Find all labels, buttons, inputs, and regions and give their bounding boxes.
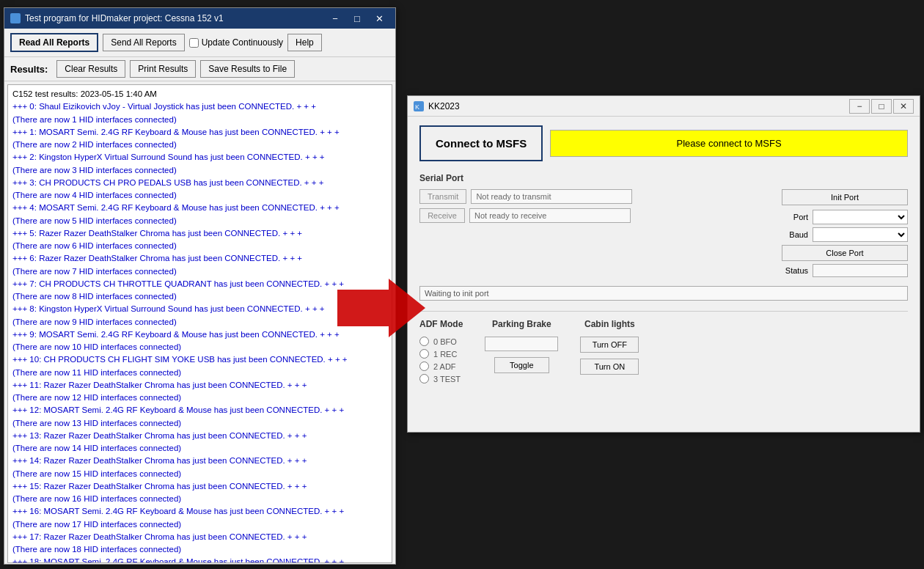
list-item: (There are now 10 HID interfaces connect… (12, 341, 387, 353)
adf-option-0: 0 BFO (419, 337, 463, 346)
list-item: +++ 5: Razer Razer DeathStalker Chroma h… (12, 227, 387, 240)
list-item: (There are now 5 HID interfaces connecte… (12, 215, 387, 227)
svg-marker-0 (337, 279, 425, 337)
help-button[interactable]: Help (287, 34, 322, 51)
list-item: (There are now 6 HID interfaces connecte… (12, 240, 387, 252)
list-item: +++ 6: Razer Razer DeathStalker Chroma h… (12, 252, 387, 265)
list-item: +++ 18: MOSART Semi. 2.4G RF Keyboard & … (12, 556, 387, 563)
toggle-button[interactable]: Toggle (494, 357, 549, 373)
list-item: (There are now 17 HID interfaces connect… (12, 518, 387, 531)
bottom-section: ADF Mode 0 BFO 1 REC 2 ADF 3 TEST (419, 311, 908, 383)
serial-port-label: Serial Port (419, 173, 908, 183)
win2-minimize-button[interactable]: − (849, 99, 870, 114)
cabin-lights-label: Cabin lights (584, 319, 635, 329)
adf-option-3: 3 TEST (419, 374, 463, 383)
adf-label-2: 2 ADF (433, 362, 456, 371)
print-results-button[interactable]: Print Results (130, 60, 196, 78)
parking-section: Parking Brake Toggle (485, 319, 558, 383)
list-item: (There are now 3 HID interfaces connecte… (12, 164, 387, 177)
receive-row: Receive (419, 208, 774, 223)
list-item: +++ 17: Razer Razer DeathStalker Chroma … (12, 531, 387, 543)
list-item: (There are now 18 HID interfaces connect… (12, 543, 387, 556)
status-input (813, 264, 908, 277)
transmit-row: Transmit (419, 189, 774, 204)
win2-controls: − □ ✕ (849, 99, 914, 114)
connect-to-msfs-button[interactable]: Connect to MSFS (419, 125, 543, 161)
list-item: (There are now 8 HID interfaces connecte… (12, 290, 387, 303)
list-item: (There are now 13 HID interfaces connect… (12, 417, 387, 430)
win1-close-button[interactable]: ✕ (369, 11, 389, 26)
transmit-button[interactable]: Transmit (419, 189, 466, 204)
list-item: +++ 9: MOSART Semi. 2.4G RF Keyboard & M… (12, 328, 387, 341)
baud-row: Baud (782, 227, 908, 242)
arrow-indicator (337, 279, 425, 337)
list-item: +++ 7: CH PRODUCTS CH THROTTLE QUADRANT … (12, 278, 387, 290)
turn-off-button[interactable]: Turn OFF (580, 337, 639, 353)
serial-right: Init Port Port Baud Close Port (782, 189, 908, 277)
list-item: +++ 8: Kingston HyperX Virtual Surround … (12, 303, 387, 315)
win2-app-icon: K (414, 101, 424, 111)
receive-button[interactable]: Receive (419, 208, 465, 223)
transmit-status-input (471, 189, 632, 204)
connect-section: Connect to MSFS Please connect to MSFS (419, 125, 908, 161)
results-bar: Results: Clear Results Print Results Sav… (4, 57, 395, 81)
read-all-reports-button[interactable]: Read All Reports (10, 33, 98, 52)
list-item: +++ 12: MOSART Semi. 2.4G RF Keyboard & … (12, 404, 387, 416)
adf-radio-2[interactable] (419, 361, 429, 371)
port-label: Port (782, 213, 808, 221)
port-row: Port (782, 210, 908, 224)
update-continuously-checkbox[interactable] (189, 38, 199, 48)
waiting-input (419, 286, 908, 301)
serial-port-section: Serial Port Transmit Receive Init Port (419, 173, 908, 301)
adf-radio-1[interactable] (419, 349, 429, 359)
serial-left: Transmit Receive (419, 189, 774, 277)
list-item: (There are now 4 HID interfaces connecte… (12, 189, 387, 202)
save-results-button[interactable]: Save Results to File (200, 60, 295, 78)
list-item: +++ 15: Razer Razer DeathStalker Chroma … (12, 480, 387, 493)
list-item: +++ 0: Shaul Eizikovich vJoy - Virtual J… (12, 100, 387, 113)
update-continuously-label: Update Continuously (202, 37, 283, 48)
titlebar-win1: Test program for HIDmaker project: Cessn… (4, 8, 395, 29)
results-content[interactable]: C152 test results: 2023-05-15 1:40 AM+++… (7, 84, 392, 563)
list-item: +++ 2: Kingston HyperX Virtual Surround … (12, 151, 387, 164)
win2-close-button[interactable]: ✕ (893, 99, 914, 114)
list-item: +++ 10: CH PRODUCTS CH FLIGHT SIM YOKE U… (12, 353, 387, 366)
port-baud-section: Port Baud (782, 210, 908, 242)
close-port-button[interactable]: Close Port (782, 245, 908, 261)
list-item: (There are now 12 HID interfaces connect… (12, 392, 387, 404)
port-select[interactable] (813, 210, 908, 224)
connect-status-label: Please connect to MSFS (550, 130, 908, 157)
win1-controls: − □ ✕ (325, 11, 389, 26)
list-item: (There are now 9 HID interfaces connecte… (12, 316, 387, 328)
win2-maximize-button[interactable]: □ (871, 99, 892, 114)
list-item: +++ 13: Razer Razer DeathStalker Chroma … (12, 430, 387, 442)
list-item: +++ 16: MOSART Semi. 2.4G RF Keyboard & … (12, 505, 387, 518)
update-continuously-wrap: Update Continuously (189, 37, 283, 48)
adf-radio-3[interactable] (419, 374, 429, 383)
adf-label-1: 1 REC (433, 350, 457, 359)
win2-body: Connect to MSFS Please connect to MSFS S… (408, 117, 920, 392)
results-label: Results: (10, 64, 48, 75)
baud-select[interactable] (813, 227, 908, 242)
list-item: +++ 11: Razer Razer DeathStalker Chroma … (12, 379, 387, 392)
baud-label: Baud (782, 230, 808, 239)
win1-minimize-button[interactable]: − (325, 11, 345, 26)
status-row: Status (782, 264, 908, 277)
init-port-button[interactable]: Init Port (782, 189, 908, 205)
serial-grid: Transmit Receive Init Port Port (419, 189, 908, 277)
list-item: (There are now 7 HID interfaces connecte… (12, 265, 387, 278)
adf-mode-label: ADF Mode (419, 319, 463, 329)
win1-app-icon (10, 13, 21, 23)
adf-option-2: 2 ADF (419, 361, 463, 371)
win1-maximize-button[interactable]: □ (347, 11, 367, 26)
adf-radio-0[interactable] (419, 337, 429, 346)
cabin-section: Cabin lights Turn OFF Turn ON (580, 319, 639, 383)
adf-option-1: 1 REC (419, 349, 463, 359)
turn-on-button[interactable]: Turn ON (580, 359, 639, 375)
parking-brake-input (485, 337, 558, 351)
parking-brake-label: Parking Brake (492, 319, 551, 329)
send-all-reports-button[interactable]: Send All Reports (103, 34, 184, 51)
list-item: (There are now 16 HID interfaces connect… (12, 493, 387, 505)
clear-results-button[interactable]: Clear Results (56, 60, 125, 78)
svg-text:K: K (415, 103, 419, 111)
